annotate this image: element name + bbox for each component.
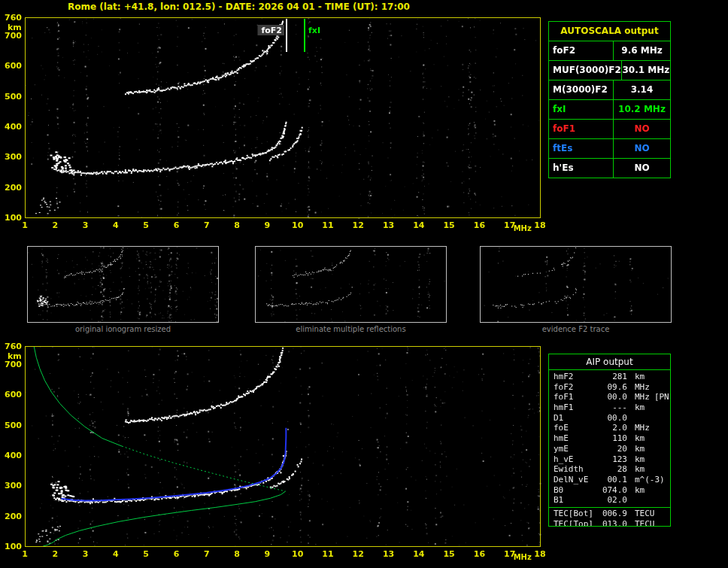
aip-row-label: foE (554, 423, 600, 433)
thumb-original-caption: original ionogram resized (27, 325, 219, 333)
aip-row-unit: km (635, 402, 645, 413)
aip-row-label: ymE (554, 444, 600, 454)
autoscala-row: ftEs NO (549, 139, 670, 159)
aip-row-label: B0 (554, 485, 600, 496)
aip-row-label: foF2 (554, 382, 600, 393)
aip-row-value: 281 (600, 372, 627, 382)
aip-row-value: 28 (600, 464, 627, 475)
aip-row: hmF2 281 km (549, 372, 670, 382)
aip-tec-row: TEC[Top] 013.0 TECU (549, 519, 670, 527)
aip-row: Ewidth 28 km (549, 464, 670, 475)
aip-row-note: [PN] (654, 392, 671, 402)
aip-row: ymE 20 km (549, 444, 670, 454)
autoscala-row: MUF(3000)F2 30.1 MHz (549, 61, 670, 80)
aip-row-value: 110 (600, 433, 627, 444)
autoscala-row-value: 30.1 MHz (622, 61, 670, 80)
main-ionogram-canvas (0, 12, 549, 238)
aip-row-unit: km (635, 464, 645, 475)
autoscala-row: fxI 10.2 MHz (549, 100, 670, 120)
aip-row-label: D1 (554, 413, 600, 424)
aip-row-value: 123 (600, 454, 627, 465)
autoscala-row-value: 9.6 MHz (614, 41, 670, 60)
aip-row-unit: MHz (635, 423, 650, 433)
autoscala-row-label: fxI (549, 100, 614, 119)
thumb-evidence-caption: evidence F2 trace (480, 325, 672, 333)
autoscala-row-label: M(3000)F2 (549, 80, 614, 99)
autoscala-table: AUTOSCALA output foF2 9.6 MHz MUF(3000)F… (548, 21, 671, 178)
thumb-cleaned-caption: eliminate multiple reflections (255, 325, 447, 333)
aip-row-label: TEC[Top] (554, 519, 600, 527)
page-title: Rome (lat: +41.8, lon: 012.5) - DATE: 20… (68, 2, 410, 12)
aip-row: D1 00.0 (549, 413, 670, 424)
aip-row-value: 09.6 (600, 382, 627, 393)
aip-row-unit: km (635, 485, 645, 496)
aip-row-label: B1 (554, 495, 600, 506)
aip-row: hmF1 --- km (549, 402, 670, 413)
autoscala-row-value: NO (614, 159, 670, 178)
aip-row-value: --- (600, 402, 627, 413)
autoscala-row-value: 3.14 (614, 80, 670, 99)
autoscala-row: h'Es NO (549, 159, 670, 178)
autoscala-row-label: foF1 (549, 120, 614, 138)
aip-row-unit: m^(-3) (635, 475, 665, 485)
aip-row-value: 00.1 (600, 475, 627, 485)
profile-ionogram-canvas (0, 341, 549, 566)
autoscala-table-title: AUTOSCALA output (549, 22, 670, 41)
autoscala-row-value: 10.2 MHz (614, 100, 670, 119)
aip-row: foF1 00.0 MHz [PN] (549, 392, 670, 402)
aip-row: h_vE 123 km (549, 454, 670, 465)
autoscala-row: foF1 NO (549, 120, 670, 139)
aip-row-value: 074.0 (600, 485, 627, 496)
autoscala-row-label: h'Es (549, 159, 614, 178)
autoscala-row-label: MUF(3000)F2 (549, 61, 622, 80)
aip-row: B0 074.0 km (549, 485, 670, 496)
autoscala-row-value: NO (614, 120, 670, 138)
aip-row-value: 02.0 (600, 495, 627, 506)
aip-row-unit: MHz (635, 382, 650, 393)
autoscala-row-label: ftEs (549, 139, 614, 158)
aip-row-label: h_vE (554, 454, 600, 465)
aip-row-label: hmF2 (554, 372, 600, 382)
aip-row-label: hmE (554, 433, 600, 444)
aip-row-unit: TECU (635, 519, 655, 527)
aip-row-unit: MHz (635, 392, 650, 402)
aip-row-label: hmF1 (554, 402, 600, 413)
aip-row-value: 20 (600, 444, 627, 454)
aip-row-label: Ewidth (554, 464, 600, 475)
aip-row: hmE 110 km (549, 433, 670, 444)
aip-row: DelN_vE 00.1 m^(-3) (549, 475, 670, 485)
aip-row-value: 013.0 (600, 519, 627, 527)
aip-row-unit: km (635, 454, 645, 465)
aip-row-value: 00.0 (600, 392, 627, 402)
thumb-evidence-canvas (480, 246, 672, 323)
aip-table-rows: hmF2 281 km foF2 09.6 MHz foF1 00.0 MHz … (549, 370, 670, 506)
aip-row: foF2 09.6 MHz (549, 382, 670, 393)
aip-row: foE 2.0 MHz (549, 423, 670, 433)
autoscala-row-label: foF2 (549, 41, 614, 60)
aip-tec-row: TEC[Bot] 006.9 TECU (549, 509, 670, 519)
aip-row: B1 02.0 (549, 495, 670, 506)
aip-row-label: foF1 (554, 392, 600, 402)
autoscala-screen: Rome (lat: +41.8, lon: 012.5) - DATE: 20… (0, 0, 728, 568)
thumb-original-canvas (27, 246, 219, 323)
aip-row-unit: km (635, 433, 645, 444)
aip-row-unit: TECU (635, 509, 655, 519)
thumb-cleaned-canvas (255, 246, 447, 323)
aip-row-unit: km (635, 372, 645, 382)
aip-row-value: 006.9 (600, 509, 627, 519)
aip-row-unit: km (635, 444, 645, 454)
aip-row-value: 00.0 (600, 413, 627, 424)
aip-tec-section: TEC[Bot] 006.9 TECU TEC[Top] 013.0 TECU (549, 507, 670, 527)
aip-table-title: AIP output (549, 354, 670, 370)
autoscala-row: M(3000)F2 3.14 (549, 80, 670, 100)
aip-row-label: TEC[Bot] (554, 509, 600, 519)
autoscala-row-value: NO (614, 139, 670, 158)
aip-row-value: 2.0 (600, 423, 627, 433)
aip-table: AIP output hmF2 281 km foF2 09.6 MHz foF… (548, 354, 671, 527)
autoscala-row: foF2 9.6 MHz (549, 41, 670, 61)
aip-row-label: DelN_vE (554, 475, 600, 485)
